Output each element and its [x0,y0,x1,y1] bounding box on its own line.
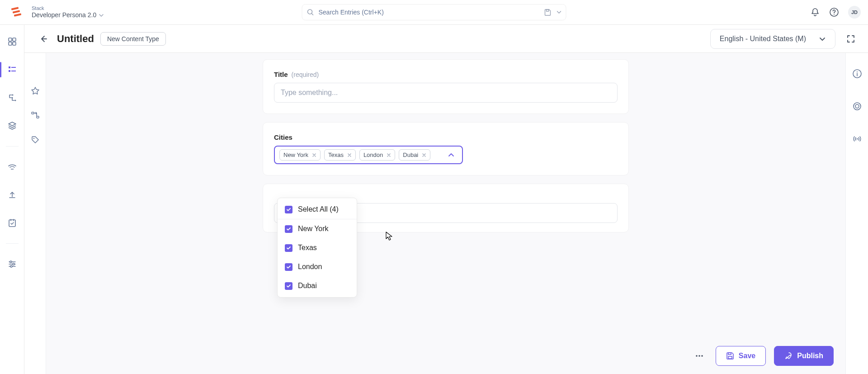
svg-rect-4 [547,9,549,11]
divider [6,146,19,147]
cities-dropdown: Select All (4) New York Texas London Dub… [277,198,357,298]
broadcast-icon[interactable] [850,132,864,146]
save-button[interactable]: Save [716,346,766,366]
topbar: Stack Developer Persona 2.0 Search Entri… [0,0,868,25]
chevron-up-icon[interactable] [445,151,458,159]
fullscreen-icon[interactable] [844,33,857,45]
chip-label: Dubai [403,151,418,158]
required-text: (required) [292,71,319,78]
option-row[interactable]: London [278,257,357,276]
option-label: Dubai [298,282,317,290]
chip: Dubai [399,149,430,161]
checkbox-icon[interactable] [285,282,292,290]
svg-rect-0 [11,7,19,10]
title-input[interactable] [274,83,618,103]
nav-upload[interactable] [3,186,21,204]
svg-rect-13 [9,70,10,72]
chip-label: New York [283,151,308,158]
svg-rect-37 [728,356,732,359]
chip: London [359,149,395,161]
svg-rect-21 [9,220,15,227]
option-row[interactable]: Dubai [278,276,357,295]
search-input[interactable]: Search Entries (Ctrl+K) [302,4,566,20]
close-icon[interactable] [312,153,316,157]
nav-settings-sliders[interactable] [3,256,21,273]
cursor-icon [385,231,393,241]
checkbox-icon[interactable] [285,206,292,213]
nav-entries[interactable] [3,61,21,78]
chip: New York [279,149,321,161]
search-icon [307,9,314,16]
svg-point-30 [854,103,861,110]
title-field-label: Title (required) [274,71,618,78]
flow-icon[interactable] [28,108,42,123]
svg-rect-2 [14,13,21,16]
chevron-down-icon[interactable] [99,13,104,18]
nav-wifi[interactable] [3,158,21,175]
back-button[interactable] [36,32,51,46]
star-icon[interactable] [28,84,42,98]
bell-icon[interactable] [810,7,820,17]
svg-point-20 [13,169,14,170]
chevron-down-icon [819,35,826,43]
save-disk-icon [726,352,734,360]
svg-rect-26 [37,116,39,118]
svg-point-33 [696,355,698,357]
close-icon[interactable] [422,153,426,157]
close-icon[interactable] [387,153,391,157]
svg-rect-12 [11,67,16,68]
svg-point-16 [11,97,13,99]
svg-point-17 [14,100,16,101]
checkbox-icon[interactable] [285,225,292,233]
svg-rect-1 [13,10,20,13]
checkbox-icon[interactable] [285,263,292,271]
chip-label: Texas [328,151,344,158]
nav-content-model[interactable] [3,89,21,106]
cities-multiselect[interactable]: New York Texas London Dubai [274,146,463,164]
option-label: Texas [298,244,317,252]
svg-rect-36 [728,353,731,355]
locale-label: English - United States (M) [720,35,806,43]
svg-point-32 [856,138,858,140]
nav-tasks[interactable] [3,214,21,232]
search-placeholder: Search Entries (Ctrl+K) [319,9,384,16]
field-card-cities: Cities New York Texas London Dubai [263,122,629,175]
option-row[interactable]: New York [278,219,357,238]
option-row[interactable]: Texas [278,238,357,257]
page-title: Untitled [57,33,94,45]
nav-dashboard[interactable] [3,33,21,50]
option-label: London [298,263,322,271]
more-icon[interactable] [691,348,708,364]
brand-logo[interactable] [7,3,25,21]
rocket-icon [784,352,793,360]
svg-point-35 [701,355,703,357]
select-all-label: Select All (4) [298,205,339,213]
svg-rect-8 [13,38,16,41]
stack-name: Developer Persona 2.0 [32,11,104,19]
checkbox-icon[interactable] [285,244,292,252]
secondary-rail [24,53,46,374]
chip: Texas [324,149,356,161]
svg-rect-7 [9,38,12,41]
save-disk-icon[interactable] [544,9,552,16]
svg-point-31 [855,104,859,108]
select-all-row[interactable]: Select All (4) [278,200,357,219]
cities-field-label: Cities [274,133,618,141]
help-icon[interactable] [829,7,839,17]
svg-point-15 [12,95,13,96]
avatar[interactable]: JD [848,6,861,19]
locale-selector[interactable]: English - United States (M) [710,29,835,49]
info-icon[interactable] [850,66,864,81]
svg-point-29 [857,71,858,72]
canvas: Title (required) Cities New York Texas L… [46,53,845,374]
svg-point-24 [10,265,12,267]
tag-icon[interactable] [28,133,42,147]
chevron-down-icon[interactable] [557,10,561,14]
nav-assets[interactable] [3,117,21,134]
target-icon[interactable] [850,99,864,114]
title-label-text: Title [274,71,288,78]
stack-info[interactable]: Stack Developer Persona 2.0 [32,5,104,19]
publish-button[interactable]: Publish [774,346,834,366]
close-icon[interactable] [347,153,352,157]
save-label: Save [739,352,755,360]
